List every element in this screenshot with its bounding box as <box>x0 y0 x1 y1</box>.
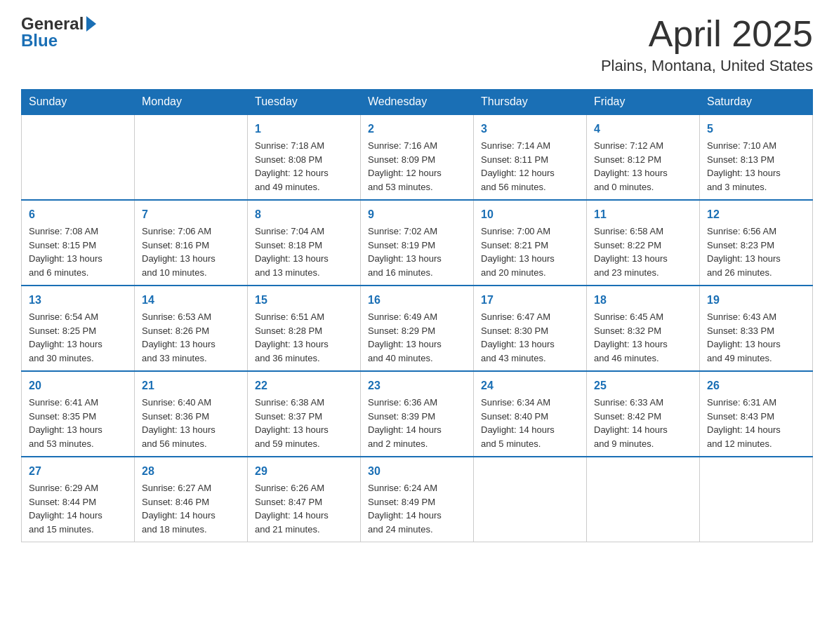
calendar-cell: 5Sunrise: 7:10 AM Sunset: 8:13 PM Daylig… <box>700 114 813 200</box>
calendar-week-1: 1Sunrise: 7:18 AM Sunset: 8:08 PM Daylig… <box>22 114 813 200</box>
calendar-cell <box>587 457 700 542</box>
calendar-cell: 19Sunrise: 6:43 AM Sunset: 8:33 PM Dayli… <box>700 286 813 371</box>
day-number: 8 <box>255 206 353 223</box>
day-info: Sunrise: 6:27 AM Sunset: 8:46 PM Dayligh… <box>142 481 240 536</box>
calendar-cell: 25Sunrise: 6:33 AM Sunset: 8:42 PM Dayli… <box>587 371 700 457</box>
day-number: 22 <box>255 377 353 394</box>
calendar-cell: 23Sunrise: 6:36 AM Sunset: 8:39 PM Dayli… <box>361 371 474 457</box>
calendar-cell: 24Sunrise: 6:34 AM Sunset: 8:40 PM Dayli… <box>474 371 587 457</box>
calendar-cell: 29Sunrise: 6:26 AM Sunset: 8:47 PM Dayli… <box>248 457 361 542</box>
day-number: 28 <box>142 463 240 480</box>
day-number: 10 <box>481 206 579 223</box>
day-number: 27 <box>29 463 127 480</box>
day-info: Sunrise: 6:54 AM Sunset: 8:25 PM Dayligh… <box>29 310 127 365</box>
day-number: 14 <box>142 292 240 309</box>
day-info: Sunrise: 6:41 AM Sunset: 8:35 PM Dayligh… <box>29 396 127 450</box>
day-number: 15 <box>255 292 353 309</box>
location-title: Plains, Montana, United States <box>601 57 813 75</box>
day-number: 24 <box>481 377 579 394</box>
logo-blue-text: Blue <box>21 31 58 51</box>
day-number: 5 <box>707 121 805 137</box>
day-info: Sunrise: 6:58 AM Sunset: 8:22 PM Dayligh… <box>594 224 692 279</box>
day-info: Sunrise: 6:24 AM Sunset: 8:49 PM Dayligh… <box>368 481 466 536</box>
day-info: Sunrise: 6:31 AM Sunset: 8:43 PM Dayligh… <box>707 396 805 450</box>
day-info: Sunrise: 6:33 AM Sunset: 8:42 PM Dayligh… <box>594 396 692 450</box>
calendar-cell: 12Sunrise: 6:56 AM Sunset: 8:23 PM Dayli… <box>700 200 813 286</box>
day-info: Sunrise: 6:45 AM Sunset: 8:32 PM Dayligh… <box>594 310 692 365</box>
day-info: Sunrise: 6:51 AM Sunset: 8:28 PM Dayligh… <box>255 310 353 365</box>
calendar-cell: 28Sunrise: 6:27 AM Sunset: 8:46 PM Dayli… <box>135 457 248 542</box>
day-info: Sunrise: 6:36 AM Sunset: 8:39 PM Dayligh… <box>368 396 466 450</box>
calendar-cell: 20Sunrise: 6:41 AM Sunset: 8:35 PM Dayli… <box>22 371 135 457</box>
calendar-week-5: 27Sunrise: 6:29 AM Sunset: 8:44 PM Dayli… <box>22 457 813 542</box>
day-info: Sunrise: 6:56 AM Sunset: 8:23 PM Dayligh… <box>707 224 805 279</box>
calendar-cell: 8Sunrise: 7:04 AM Sunset: 8:18 PM Daylig… <box>248 200 361 286</box>
header-wednesday: Wednesday <box>361 90 474 115</box>
calendar-week-4: 20Sunrise: 6:41 AM Sunset: 8:35 PM Dayli… <box>22 371 813 457</box>
day-info: Sunrise: 6:34 AM Sunset: 8:40 PM Dayligh… <box>481 396 579 450</box>
day-number: 30 <box>368 463 466 480</box>
day-info: Sunrise: 7:18 AM Sunset: 8:08 PM Dayligh… <box>255 139 353 194</box>
calendar-cell: 30Sunrise: 6:24 AM Sunset: 8:49 PM Dayli… <box>361 457 474 542</box>
day-number: 21 <box>142 377 240 394</box>
day-number: 18 <box>594 292 692 309</box>
day-info: Sunrise: 7:04 AM Sunset: 8:18 PM Dayligh… <box>255 224 353 279</box>
day-number: 25 <box>594 377 692 394</box>
day-info: Sunrise: 6:43 AM Sunset: 8:33 PM Dayligh… <box>707 310 805 365</box>
logo: General Blue <box>21 14 96 51</box>
day-number: 20 <box>29 377 127 394</box>
day-info: Sunrise: 7:12 AM Sunset: 8:12 PM Dayligh… <box>594 139 692 194</box>
calendar-cell: 17Sunrise: 6:47 AM Sunset: 8:30 PM Dayli… <box>474 286 587 371</box>
day-number: 26 <box>707 377 805 394</box>
calendar-cell <box>22 114 135 200</box>
calendar-cell: 4Sunrise: 7:12 AM Sunset: 8:12 PM Daylig… <box>587 114 700 200</box>
day-info: Sunrise: 7:02 AM Sunset: 8:19 PM Dayligh… <box>368 224 466 279</box>
day-number: 9 <box>368 206 466 223</box>
page-header: General Blue April 2025 Plains, Montana,… <box>21 14 813 75</box>
day-info: Sunrise: 7:14 AM Sunset: 8:11 PM Dayligh… <box>481 139 579 194</box>
calendar-cell <box>700 457 813 542</box>
day-number: 7 <box>142 206 240 223</box>
calendar-cell: 11Sunrise: 6:58 AM Sunset: 8:22 PM Dayli… <box>587 200 700 286</box>
calendar-cell: 7Sunrise: 7:06 AM Sunset: 8:16 PM Daylig… <box>135 200 248 286</box>
day-number: 4 <box>594 121 692 137</box>
calendar-cell: 27Sunrise: 6:29 AM Sunset: 8:44 PM Dayli… <box>22 457 135 542</box>
day-number: 11 <box>594 206 692 223</box>
calendar-cell: 6Sunrise: 7:08 AM Sunset: 8:15 PM Daylig… <box>22 200 135 286</box>
day-info: Sunrise: 6:29 AM Sunset: 8:44 PM Dayligh… <box>29 481 127 536</box>
day-info: Sunrise: 6:53 AM Sunset: 8:26 PM Dayligh… <box>142 310 240 365</box>
calendar-cell: 13Sunrise: 6:54 AM Sunset: 8:25 PM Dayli… <box>22 286 135 371</box>
title-block: April 2025 Plains, Montana, United State… <box>601 14 813 75</box>
day-number: 13 <box>29 292 127 309</box>
day-number: 1 <box>255 121 353 137</box>
calendar-cell: 3Sunrise: 7:14 AM Sunset: 8:11 PM Daylig… <box>474 114 587 200</box>
day-number: 19 <box>707 292 805 309</box>
calendar-cell: 14Sunrise: 6:53 AM Sunset: 8:26 PM Dayli… <box>135 286 248 371</box>
day-info: Sunrise: 6:49 AM Sunset: 8:29 PM Dayligh… <box>368 310 466 365</box>
day-number: 12 <box>707 206 805 223</box>
calendar-week-3: 13Sunrise: 6:54 AM Sunset: 8:25 PM Dayli… <box>22 286 813 371</box>
calendar-cell: 2Sunrise: 7:16 AM Sunset: 8:09 PM Daylig… <box>361 114 474 200</box>
calendar-cell: 1Sunrise: 7:18 AM Sunset: 8:08 PM Daylig… <box>248 114 361 200</box>
day-info: Sunrise: 7:06 AM Sunset: 8:16 PM Dayligh… <box>142 224 240 279</box>
header-tuesday: Tuesday <box>248 90 361 115</box>
calendar-cell: 26Sunrise: 6:31 AM Sunset: 8:43 PM Dayli… <box>700 371 813 457</box>
header-saturday: Saturday <box>700 90 813 115</box>
header-monday: Monday <box>135 90 248 115</box>
calendar-cell: 21Sunrise: 6:40 AM Sunset: 8:36 PM Dayli… <box>135 371 248 457</box>
calendar-cell <box>474 457 587 542</box>
day-info: Sunrise: 6:26 AM Sunset: 8:47 PM Dayligh… <box>255 481 353 536</box>
calendar-cell: 16Sunrise: 6:49 AM Sunset: 8:29 PM Dayli… <box>361 286 474 371</box>
day-number: 6 <box>29 206 127 223</box>
day-number: 29 <box>255 463 353 480</box>
calendar-table: SundayMondayTuesdayWednesdayThursdayFrid… <box>21 89 813 542</box>
calendar-week-2: 6Sunrise: 7:08 AM Sunset: 8:15 PM Daylig… <box>22 200 813 286</box>
calendar-cell: 10Sunrise: 7:00 AM Sunset: 8:21 PM Dayli… <box>474 200 587 286</box>
day-number: 2 <box>368 121 466 137</box>
day-info: Sunrise: 6:47 AM Sunset: 8:30 PM Dayligh… <box>481 310 579 365</box>
day-number: 23 <box>368 377 466 394</box>
calendar-cell <box>135 114 248 200</box>
calendar-header-row: SundayMondayTuesdayWednesdayThursdayFrid… <box>22 90 813 115</box>
logo-triangle-icon <box>86 16 96 32</box>
day-info: Sunrise: 7:10 AM Sunset: 8:13 PM Dayligh… <box>707 139 805 194</box>
